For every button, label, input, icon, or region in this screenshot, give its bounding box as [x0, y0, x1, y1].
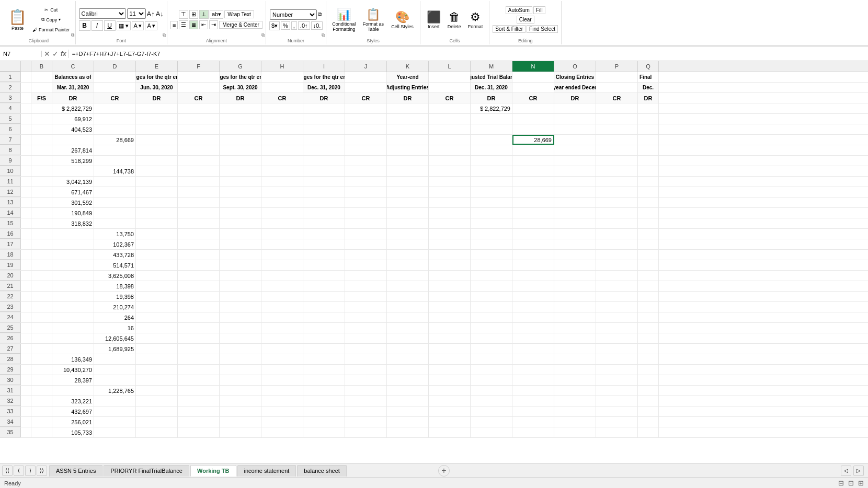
cell-C25[interactable] — [52, 323, 94, 333]
insert-button[interactable]: ⬛ Insert — [424, 4, 444, 36]
cell-Q17[interactable] — [638, 239, 659, 249]
cell-I23[interactable] — [303, 302, 345, 312]
align-center-icon[interactable]: ☰ — [179, 20, 188, 29]
row-header-30[interactable]: 30 — [0, 375, 21, 385]
cell-Q22[interactable] — [638, 292, 659, 301]
cell-C8[interactable]: 267,814 — [52, 145, 94, 155]
row-header-33[interactable]: 33 — [0, 406, 21, 416]
cell-N8[interactable] — [512, 145, 554, 155]
cell-E6[interactable] — [136, 124, 178, 134]
cell-B25[interactable] — [31, 323, 52, 333]
cell-F18[interactable] — [178, 250, 220, 260]
cell-P31[interactable] — [596, 386, 638, 396]
cell-G12[interactable] — [220, 187, 261, 197]
cell-K21[interactable] — [387, 281, 429, 291]
cell-A2[interactable] — [21, 83, 31, 92]
cell-D7[interactable]: 28,669 — [94, 135, 136, 145]
cell-M3[interactable]: DR — [471, 93, 512, 103]
cell-E23[interactable] — [136, 302, 178, 312]
cell-N30[interactable] — [512, 375, 554, 385]
col-header-F[interactable]: F — [178, 61, 220, 72]
cell-M6[interactable] — [471, 124, 512, 134]
cell-E7[interactable] — [136, 135, 178, 145]
row-header-17[interactable]: 17 — [0, 239, 21, 249]
cell-K34[interactable] — [387, 417, 429, 427]
cell-E5[interactable] — [136, 114, 178, 124]
cell-G14[interactable] — [220, 208, 261, 218]
cell-O23[interactable] — [554, 302, 596, 312]
cell-I19[interactable] — [303, 260, 345, 270]
cell-P12[interactable] — [596, 187, 638, 197]
cell-G8[interactable] — [220, 145, 261, 155]
cell-L3[interactable]: CR — [429, 93, 471, 103]
cell-B32[interactable] — [31, 396, 52, 406]
number-format-dropdown[interactable]: Number — [270, 9, 317, 20]
cell-H33[interactable] — [261, 406, 303, 416]
cell-I27[interactable] — [303, 344, 345, 354]
cell-O9[interactable] — [554, 156, 596, 166]
cell-O18[interactable] — [554, 250, 596, 260]
cell-O15[interactable] — [554, 218, 596, 228]
cell-Q25[interactable] — [638, 323, 659, 333]
cell-G16[interactable] — [220, 229, 261, 239]
cell-F10[interactable] — [178, 166, 220, 176]
cell-I7[interactable] — [303, 135, 345, 145]
cell-O14[interactable] — [554, 208, 596, 218]
cell-L2[interactable] — [429, 83, 471, 92]
cell-L34[interactable] — [429, 417, 471, 427]
prev-sheet-button[interactable]: ⟨ — [14, 466, 24, 476]
cell-G27[interactable] — [220, 344, 261, 354]
cell-B15[interactable] — [31, 218, 52, 228]
cell-C26[interactable] — [52, 333, 94, 343]
cell-L8[interactable] — [429, 145, 471, 155]
cell-O20[interactable] — [554, 271, 596, 281]
cell-A19[interactable] — [21, 260, 31, 270]
cell-Q5[interactable] — [638, 114, 659, 124]
cell-I30[interactable] — [303, 375, 345, 385]
cell-B11[interactable] — [31, 177, 52, 187]
cell-L6[interactable] — [429, 124, 471, 134]
cell-E8[interactable] — [136, 145, 178, 155]
cell-H14[interactable] — [261, 208, 303, 218]
cell-M8[interactable] — [471, 145, 512, 155]
cell-O25[interactable] — [554, 323, 596, 333]
cell-J3[interactable]: CR — [345, 93, 387, 103]
cell-O31[interactable] — [554, 386, 596, 396]
cell-J30[interactable] — [345, 375, 387, 385]
cell-H1[interactable] — [261, 72, 303, 82]
cell-D32[interactable] — [94, 396, 136, 406]
cell-G6[interactable] — [220, 124, 261, 134]
cell-E30[interactable] — [136, 375, 178, 385]
cell-P18[interactable] — [596, 250, 638, 260]
cell-Q23[interactable] — [638, 302, 659, 312]
cell-L12[interactable] — [429, 187, 471, 197]
cell-N6[interactable] — [512, 124, 554, 134]
row-header-9[interactable]: 9 — [0, 156, 21, 166]
cell-Q6[interactable] — [638, 124, 659, 134]
cell-J6[interactable] — [345, 124, 387, 134]
cell-N7[interactable]: 28,669 — [512, 135, 554, 145]
font-name-dropdown[interactable]: Calibri — [79, 8, 126, 19]
cell-Q29[interactable] — [638, 365, 659, 375]
comma-style-button[interactable]: , — [291, 21, 297, 30]
cell-G3[interactable]: DR — [220, 93, 261, 103]
cell-C33[interactable]: 432,697 — [52, 406, 94, 416]
cell-B20[interactable] — [31, 271, 52, 281]
cell-A23[interactable] — [21, 302, 31, 312]
cell-E35[interactable] — [136, 427, 178, 437]
cell-D34[interactable] — [94, 417, 136, 427]
cell-H25[interactable] — [261, 323, 303, 333]
cell-J17[interactable] — [345, 239, 387, 249]
align-bottom-icon[interactable]: ⊥ — [199, 10, 209, 19]
row-header-20[interactable]: 20 — [0, 271, 21, 281]
cell-E18[interactable] — [136, 250, 178, 260]
col-header-C[interactable]: C — [52, 61, 94, 72]
cell-F28[interactable] — [178, 354, 220, 364]
col-header-B[interactable]: B — [31, 61, 52, 72]
cell-B33[interactable] — [31, 406, 52, 416]
cell-E34[interactable] — [136, 417, 178, 427]
cell-M32[interactable] — [471, 396, 512, 406]
cell-J31[interactable] — [345, 386, 387, 396]
cell-A7[interactable] — [21, 135, 31, 145]
cell-A8[interactable] — [21, 145, 31, 155]
